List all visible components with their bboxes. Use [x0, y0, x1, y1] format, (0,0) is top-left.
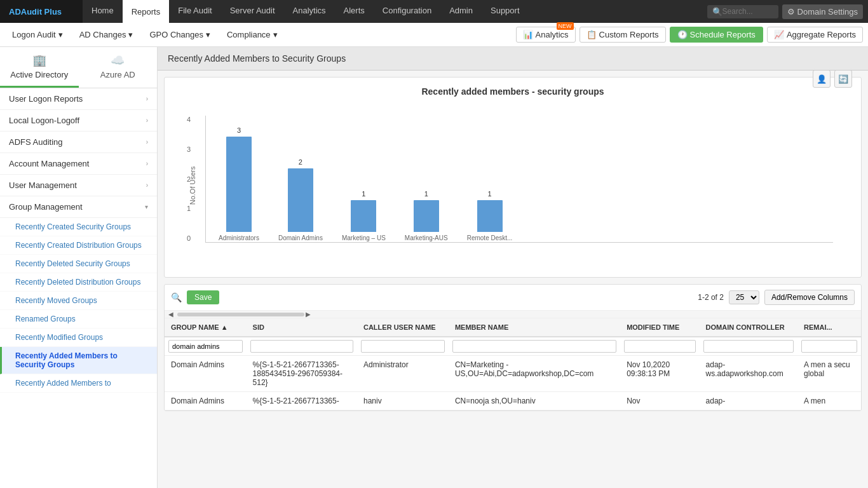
nav-alerts[interactable]: Alerts [335, 0, 374, 23]
col-caller-user-name[interactable]: CALLER USER NAME [357, 318, 449, 337]
active-directory-icon: 🏢 [32, 53, 46, 67]
chart-user-icon[interactable]: 👤 [813, 70, 831, 88]
nav-file-audit[interactable]: File Audit [169, 0, 220, 23]
custom-reports-icon: 📋 [587, 30, 597, 39]
chart-inner: 4 3 2 1 0 3 Administrators [205, 116, 833, 243]
new-badge: NEW [557, 22, 574, 30]
gpo-changes-button[interactable]: GPO Changes ▾ [142, 27, 217, 43]
aggregate-reports-button[interactable]: 📈 Aggregate Reports [767, 27, 863, 43]
col-remark[interactable]: REMAI... [797, 318, 861, 337]
chevron-down-icon: ▾ [128, 30, 133, 39]
sidebar-sub-recently-moved[interactable]: Recently Moved Groups [0, 292, 157, 310]
cell-dc: adap- [700, 392, 797, 410]
toolbar-right: 1-2 of 2 25 Add/Remove Columns [698, 290, 855, 305]
domain-settings-button[interactable]: ⚙ Domain Settings [782, 4, 863, 19]
col-member-name[interactable]: MEMBER NAME [449, 318, 620, 337]
nav-reports[interactable]: Reports [123, 0, 170, 23]
sidebar-sub-recently-added[interactable]: Recently Added Members to [0, 374, 157, 393]
sidebar-item-user-logon-reports[interactable]: User Logon Reports › [0, 88, 157, 110]
y-ticks: 4 3 2 1 0 [187, 116, 191, 242]
chevron-right-icon: › [146, 117, 148, 124]
scroll-left-button[interactable]: ◀ [167, 311, 175, 318]
cell-time: Nov 10,2020 09:38:13 PM [620, 356, 699, 392]
top-navigation: ADAudit Plus Home Reports File Audit Ser… [0, 0, 868, 23]
col-group-name[interactable]: GROUP NAME ▲ [165, 318, 247, 337]
table-row: Domain Admins %{S-1-5-21-2667713365- han… [165, 392, 861, 410]
bar-marketing-us[interactable]: 1 Marketing – US [342, 200, 386, 242]
nav-right: 🔍 ⚙ Domain Settings [707, 4, 868, 19]
pagination-info: 1-2 of 2 [698, 293, 724, 302]
chevron-right-icon: › [146, 95, 148, 102]
ad-changes-button[interactable]: AD Changes ▾ [72, 27, 140, 43]
save-button[interactable]: Save [187, 290, 219, 304]
nav-analytics[interactable]: Analytics [284, 0, 335, 23]
sidebar-item-adfs-auditing[interactable]: ADFS Auditing › [0, 132, 157, 153]
col-modified-time[interactable]: MODIFIED TIME [620, 318, 699, 337]
chevron-right-icon: › [146, 160, 148, 167]
azure-ad-icon: ☁️ [111, 53, 125, 67]
data-table: GROUP NAME ▲ SID CALLER USER NAME MEMBER… [165, 318, 861, 410]
cell-remark: A men [797, 392, 861, 410]
bar-remote-desktop[interactable]: 1 Remote Deskt... [467, 200, 513, 242]
sidebar-sub-recently-modified[interactable]: Recently Modified Groups [0, 329, 157, 347]
chart-refresh-icon[interactable]: 🔄 [834, 70, 852, 88]
table-area: 🔍 Save 1-2 of 2 25 Add/Remove Columns ◀ … [164, 284, 862, 411]
filter-group-name[interactable] [168, 340, 243, 353]
filter-sid[interactable] [250, 340, 353, 353]
chevron-down-icon: ▾ [273, 30, 278, 39]
sidebar-sub-recently-deleted-dist[interactable]: Recently Deleted Distribution Groups [0, 273, 157, 292]
sidebar-item-user-management[interactable]: User Management › [0, 175, 157, 196]
nav-admin[interactable]: Admin [440, 0, 482, 23]
logon-audit-button[interactable]: Logon Audit ▾ [5, 27, 70, 43]
filter-remark[interactable] [801, 340, 857, 353]
compliance-button[interactable]: Compliance ▾ [220, 27, 285, 43]
second-nav-right: NEW 📊 Analytics 📋 Custom Reports 🕐 Sched… [516, 27, 863, 43]
sidebar-sub-renamed-groups[interactable]: Renamed Groups [0, 310, 157, 329]
custom-reports-button[interactable]: 📋 Custom Reports [580, 27, 666, 43]
scrollbar-track[interactable] [177, 313, 304, 316]
cell-dc: adap-ws.adapworkshop.com [700, 356, 797, 392]
nav-server-audit[interactable]: Server Audit [221, 0, 284, 23]
chart-container: No.Of Users 4 3 2 1 0 3 Administrat [173, 103, 852, 268]
sidebar-sub-recently-deleted-security[interactable]: Recently Deleted Security Groups [0, 255, 157, 273]
sidebar-item-local-logon-logoff[interactable]: Local Logon-Logoff › [0, 110, 157, 132]
col-domain-controller[interactable]: DOMAIN CONTROLLER [700, 318, 797, 337]
chevron-right-icon: › [146, 139, 148, 146]
sidebar-tab-active-directory[interactable]: 🏢 Active Directory [0, 47, 79, 88]
bar-domain-admins[interactable]: 2 Domain Admins [278, 168, 323, 242]
chart-icons: 👤 🔄 [813, 70, 852, 88]
search-box[interactable]: 🔍 [707, 5, 778, 18]
analytics-button[interactable]: NEW 📊 Analytics [516, 27, 576, 43]
sidebar-sub-recently-created-security[interactable]: Recently Created Security Groups [0, 218, 157, 236]
analytics-icon: 📊 [523, 30, 533, 39]
table-toolbar: 🔍 Save 1-2 of 2 25 Add/Remove Columns [165, 285, 861, 311]
sidebar-item-account-management[interactable]: Account Management › [0, 153, 157, 175]
sidebar-tab-azure-ad[interactable]: ☁️ Azure AD [79, 47, 158, 88]
second-navigation: Logon Audit ▾ AD Changes ▾ GPO Changes ▾… [0, 23, 868, 47]
search-input[interactable] [722, 7, 773, 16]
sidebar-tabs: 🏢 Active Directory ☁️ Azure AD [0, 47, 157, 88]
filter-dc[interactable] [703, 340, 794, 353]
chevron-down-icon: ▾ [206, 30, 210, 39]
nav-items: Home Reports File Audit Server Audit Ana… [83, 0, 529, 23]
sidebar-item-group-management[interactable]: Group Management ▾ [0, 196, 157, 218]
scroll-right-button[interactable]: ▶ [304, 311, 312, 318]
nav-support[interactable]: Support [482, 0, 529, 23]
page-title: Recently Added Members to Security Group… [168, 53, 858, 64]
cell-caller: Administrator [357, 356, 449, 392]
col-sid[interactable]: SID [247, 318, 357, 337]
horizontal-scrollbar[interactable]: ◀ ▶ [165, 311, 861, 318]
filter-time[interactable] [624, 340, 695, 353]
nav-configuration[interactable]: Configuration [374, 0, 440, 23]
bar-administrators[interactable]: 3 Administrators [219, 137, 259, 242]
per-page-select[interactable]: 25 [729, 290, 759, 304]
add-remove-columns-button[interactable]: Add/Remove Columns [764, 290, 855, 305]
nav-home[interactable]: Home [83, 0, 123, 23]
sidebar-sub-recently-created-dist[interactable]: Recently Created Distribution Groups [0, 236, 157, 255]
app-logo: ADAudit Plus [0, 0, 83, 23]
sidebar-sub-recently-added-security[interactable]: Recently Added Members to Security Group… [0, 347, 157, 374]
schedule-reports-button[interactable]: 🕐 Schedule Reports [670, 27, 763, 43]
filter-member[interactable] [452, 340, 616, 353]
bar-marketing-aus[interactable]: 1 Marketing-AUS [405, 200, 448, 242]
filter-caller[interactable] [361, 340, 445, 353]
